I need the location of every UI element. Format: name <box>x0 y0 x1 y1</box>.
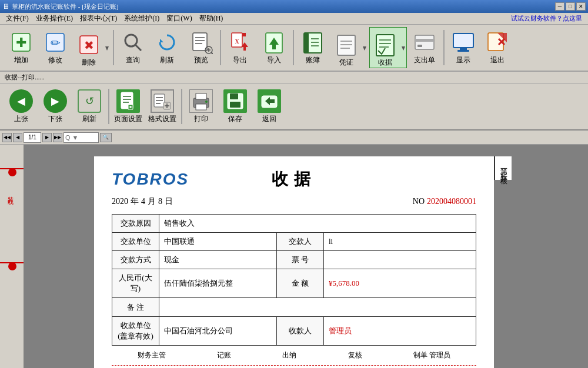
table-row: 交款单位 中国联通 交款人 li <box>112 233 476 251</box>
magnifier-button[interactable]: 🔍 <box>100 133 112 142</box>
menu-reports[interactable]: 报表中心(T) <box>76 13 121 24</box>
refresh-button[interactable]: 刷新 <box>151 27 183 68</box>
separator-sub-2 <box>181 89 182 124</box>
menu-bar: 文件(F) 业务操作(E) 报表中心(T) 系统维护(I) 窗口(W) 帮助(H… <box>0 13 588 25</box>
export-icon: X <box>228 31 252 54</box>
svg-text:✚: ✚ <box>16 35 26 50</box>
ledger-button[interactable]: 账簿 <box>296 27 329 68</box>
print-button[interactable]: 打印 <box>185 86 218 127</box>
minimize-button[interactable]: ─ <box>555 2 564 11</box>
preview-label: 预览 <box>194 55 208 65</box>
receipt-button[interactable]: 收据 <box>369 27 407 68</box>
exit-icon <box>486 31 509 54</box>
title-bar: 🖥 掌柜的流水账记账软件 - [现金日记账] ─ □ ✕ <box>0 0 588 13</box>
prev-page-button[interactable]: ◀ 上张 <box>5 86 38 127</box>
menu-operations[interactable]: 业务操作(E) <box>32 13 76 24</box>
add-button[interactable]: ✚ 增加 <box>5 27 38 68</box>
maximize-button[interactable]: □ <box>566 2 575 11</box>
svg-text:X: X <box>235 38 239 45</box>
next-page-nav-button[interactable]: ▶ <box>42 133 52 142</box>
delete-button[interactable]: ✖ 删除 <box>73 27 111 68</box>
payee-label: 收款人 <box>277 317 324 346</box>
amount-label: 金 额 <box>277 269 324 298</box>
search-button[interactable]: 查询 <box>116 27 149 68</box>
payment-method-label: 交款方式 <box>112 251 159 269</box>
table-row: 人民币(大写) 伍仟陆佰柒拾捌元整 金 额 ¥5,678.00 <box>112 269 476 298</box>
footer-finance: 财务主管 <box>138 350 166 360</box>
receipt-day-label: 日 <box>165 196 173 207</box>
receipt-month: 4 <box>141 197 145 206</box>
preview-button[interactable]: 预览 <box>185 27 218 68</box>
voucher-button[interactable]: 凭证 <box>330 27 368 68</box>
document-area: TOBROS 收据 2020 年 4 月 8 日 NO 202004080001… <box>24 145 588 368</box>
next-page-button[interactable]: ▶ 下张 <box>39 86 72 127</box>
menu-help[interactable]: 帮助(H) <box>196 13 227 24</box>
table-row: 备 注 <box>112 298 476 317</box>
amount-value: ¥5,678.00 <box>324 269 476 298</box>
first-page-button[interactable]: ◀◀ <box>2 133 12 142</box>
menu-system[interactable]: 系统维护(I) <box>121 13 163 24</box>
search-field[interactable] <box>64 132 99 143</box>
import-icon <box>262 31 286 54</box>
print-label: 打印 <box>194 114 208 124</box>
back-icon <box>258 89 281 113</box>
prev-page-label: 上张 <box>14 114 28 124</box>
import-button[interactable]: 导入 <box>258 27 290 68</box>
delete-icon: ✖ <box>77 33 101 56</box>
receipt-main-icon <box>373 33 397 56</box>
payment-method-value: 现金 <box>159 251 277 269</box>
exit-button[interactable]: 退出 <box>481 27 514 68</box>
menu-file[interactable]: 文件(F) <box>2 13 32 24</box>
receipt-year: 2020 <box>112 197 128 206</box>
reason-label: 交款原因 <box>112 215 159 233</box>
format-setup-button[interactable]: 格式设置 <box>146 86 179 127</box>
sub-toolbar-title-bar: 收据--打印...... <box>0 72 588 83</box>
separator-2 <box>220 30 221 65</box>
svg-point-67 <box>205 101 208 103</box>
svg-line-8 <box>135 45 141 51</box>
last-page-button[interactable]: ▶▶ <box>53 133 62 142</box>
display-button[interactable]: 显示 <box>447 27 480 68</box>
svg-rect-44 <box>417 45 422 47</box>
page-setup-button[interactable]: 页面设置 <box>112 86 145 127</box>
back-label: 返回 <box>262 114 276 124</box>
delete-label: 删除 <box>82 58 96 68</box>
prev-page-nav-button[interactable]: ◀ <box>13 133 22 142</box>
add-icon: ✚ <box>9 31 33 54</box>
svg-rect-66 <box>196 104 206 110</box>
ticket-no-label: 票 号 <box>277 251 324 269</box>
export-button[interactable]: X 导出 <box>223 27 256 68</box>
back-button[interactable]: 返回 <box>253 86 286 127</box>
sub-refresh-button[interactable]: ↺ 刷新 <box>73 86 106 127</box>
payment-button[interactable]: 支出单 <box>408 27 441 68</box>
refresh-label: 刷新 <box>160 55 174 65</box>
receipt-year-label: 年 <box>131 196 139 207</box>
receipt-month-label: 月 <box>148 196 156 207</box>
edit-button[interactable]: ✏ 修改 <box>39 27 72 68</box>
format-setup-icon <box>151 89 174 113</box>
footer-reviewer: 复核 <box>348 350 362 360</box>
save-button[interactable]: 保存 <box>219 86 252 127</box>
page-number-input[interactable] <box>24 132 41 143</box>
payee-unit-value: 中国石油河北分公司 <box>159 317 277 346</box>
notes-value <box>159 298 476 317</box>
menu-window[interactable]: 窗口(W) <box>163 13 195 24</box>
svg-rect-10 <box>193 33 207 51</box>
payer-unit-label: 交款单位 <box>112 233 159 251</box>
ledger-icon <box>301 31 325 54</box>
svg-rect-70 <box>230 102 240 108</box>
binding-strip: 装订线 <box>0 145 24 368</box>
cloud-link[interactable]: 试试云财务软件？点这里 <box>507 14 586 24</box>
receipt-title: 收据 <box>233 168 355 190</box>
page-controls: ◀◀ ◀ ▶ ▶▶ 🔍 <box>0 131 588 145</box>
receipt-no-value: 202004080001 <box>427 197 476 206</box>
save-label: 保存 <box>228 114 242 124</box>
payee-unit-label: 收款单位(盖章有效) <box>112 317 159 346</box>
footer-bookkeeper: 记账 <box>217 350 231 360</box>
import-label: 导入 <box>267 55 281 65</box>
receipt-logo: TOBROS <box>112 170 233 189</box>
sub-toolbar: ◀ 上张 ▶ 下张 ↺ 刷新 <box>0 83 588 131</box>
close-button[interactable]: ✕ <box>576 2 586 11</box>
right-side-label: 第一联存根 <box>494 156 512 180</box>
receipt-footer: 财务主管 记账 出纳 复核 制单 管理员 <box>112 350 476 360</box>
